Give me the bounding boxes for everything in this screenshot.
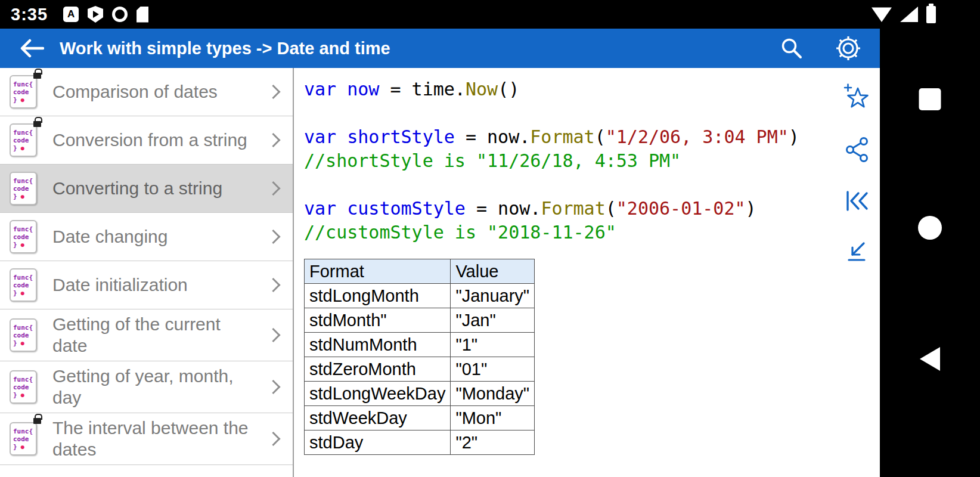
content: func{code} ● Comparison of dates func{co… bbox=[0, 68, 880, 477]
skip-to-start-icon bbox=[843, 188, 871, 213]
action-column bbox=[835, 68, 880, 477]
system-status-icons bbox=[872, 6, 936, 23]
sidebar-item[interactable]: func{code} ● Comparison of dates bbox=[0, 68, 293, 116]
code-line: var shortStyle = now.Format("1/2/06, 3:0… bbox=[304, 125, 835, 149]
code-snippet-icon: func{code} ● bbox=[10, 75, 37, 109]
value-cell: "1" bbox=[451, 333, 535, 357]
value-cell: "Mon" bbox=[451, 406, 535, 430]
sidebar-item-label: Comparison of dates bbox=[52, 81, 218, 103]
sidebar-item[interactable]: func{code} ● Conversion from a string bbox=[0, 116, 293, 165]
page-title: Work with simple types -> Date and time bbox=[60, 39, 390, 58]
share-button[interactable] bbox=[844, 136, 870, 163]
sidebar-item[interactable]: func{code} ● Getting of the current date bbox=[0, 309, 293, 361]
sidebar-item-label: Date changing bbox=[52, 226, 168, 247]
table-row: stdDay"2" bbox=[305, 430, 535, 455]
value-cell: "Jan" bbox=[451, 308, 535, 333]
format-cell: stdDay bbox=[305, 430, 451, 455]
chevron-right-icon bbox=[266, 380, 280, 394]
table-row: stdWeekDay"Mon" bbox=[305, 406, 535, 430]
value-cell: "01" bbox=[451, 357, 535, 382]
code-line: var customStyle = now.Format("2006-01-02… bbox=[304, 197, 835, 221]
home-button[interactable] bbox=[918, 216, 942, 240]
sim-card-icon bbox=[137, 7, 148, 23]
skip-to-start-button[interactable] bbox=[843, 188, 871, 213]
table-row: stdMonth""Jan" bbox=[305, 308, 535, 333]
lock-icon bbox=[33, 418, 41, 424]
code-snippet-icon: func{code} ● bbox=[10, 268, 37, 302]
favorite-button[interactable] bbox=[843, 82, 872, 111]
format-cell: stdNumMonth bbox=[305, 333, 451, 357]
search-icon bbox=[780, 36, 804, 60]
code-block: var now = time.Now() var shortStyle = no… bbox=[304, 78, 835, 244]
sidebar: func{code} ● Comparison of dates func{co… bbox=[0, 68, 294, 477]
format-cell: stdWeekDay bbox=[305, 406, 451, 430]
chevron-right-icon bbox=[266, 278, 280, 292]
back-arrow-icon bbox=[19, 38, 44, 58]
format-table: FormatValue stdLongMonth"January"stdMont… bbox=[304, 259, 535, 455]
settings-button[interactable] bbox=[835, 35, 862, 62]
back-button[interactable] bbox=[19, 38, 44, 58]
code-snippet-icon: func{code} ● bbox=[10, 370, 37, 404]
sidebar-item[interactable]: func{code} ● Converting to a string bbox=[0, 165, 293, 213]
clock: 3:35 bbox=[11, 5, 48, 24]
android-back-button[interactable] bbox=[920, 347, 940, 371]
code-snippet-icon: func{code} ● bbox=[10, 123, 37, 157]
code-line: //shortStyle is "11/26/18, 4:53 PM" bbox=[304, 149, 835, 173]
chevron-right-icon bbox=[266, 133, 280, 147]
app-bar: Work with simple types -> Date and time bbox=[0, 29, 880, 68]
chevron-right-icon bbox=[266, 85, 280, 99]
wifi-icon bbox=[872, 7, 892, 22]
format-cell: stdLongWeekDay bbox=[305, 382, 451, 406]
translate-app-icon: A bbox=[63, 7, 79, 22]
code-line: var now = time.Now() bbox=[304, 78, 835, 101]
sidebar-item[interactable]: func{code} ● Date initialization bbox=[0, 261, 293, 309]
favorite-star-plus-icon bbox=[843, 82, 872, 111]
format-cell: stdZeroMonth bbox=[305, 357, 451, 382]
notification-icons: A bbox=[63, 6, 148, 23]
value-cell: "2" bbox=[451, 430, 535, 455]
sidebar-item-label: Conversion from a string bbox=[52, 129, 247, 151]
sidebar-item-label: Date initialization bbox=[52, 274, 188, 296]
jump-bottom-left-button[interactable] bbox=[845, 238, 870, 264]
code-snippet-icon: func{code} ● bbox=[10, 220, 37, 253]
format-cell: stdLongMonth bbox=[305, 284, 451, 308]
sidebar-item-label: Getting of year, month, day bbox=[52, 366, 259, 408]
table-header-cell: Format bbox=[305, 259, 451, 284]
search-button[interactable] bbox=[780, 36, 804, 60]
spiral-app-icon bbox=[112, 7, 128, 22]
sidebar-item-label: Getting of the current date bbox=[52, 314, 259, 357]
table-row: stdLongWeekDay"Monday" bbox=[305, 382, 535, 406]
code-snippet-icon: func{code} ● bbox=[10, 422, 37, 456]
play-protect-icon bbox=[88, 6, 103, 23]
android-nav-bar bbox=[880, 0, 980, 477]
value-cell: "Monday" bbox=[451, 382, 535, 406]
recents-button[interactable] bbox=[919, 88, 941, 110]
code-pane: var now = time.Now() var shortStyle = no… bbox=[294, 68, 835, 477]
code-snippet-icon: func{code} ● bbox=[10, 318, 37, 352]
table-row: stdNumMonth"1" bbox=[305, 333, 535, 357]
table-row: stdLongMonth"January" bbox=[305, 284, 535, 308]
chevron-right-icon bbox=[266, 230, 280, 244]
table-header-cell: Value bbox=[451, 259, 535, 284]
jump-bottom-left-icon bbox=[845, 238, 870, 264]
sidebar-item[interactable]: func{code} ● Date changing bbox=[0, 213, 293, 261]
status-bar: 3:35 A bbox=[0, 0, 980, 29]
format-cell: stdMonth" bbox=[305, 308, 451, 333]
lock-icon bbox=[33, 121, 41, 127]
code-line bbox=[304, 173, 835, 197]
chevron-right-icon bbox=[266, 432, 280, 446]
table-header-row: FormatValue bbox=[305, 259, 535, 284]
code-snippet-icon: func{code} ● bbox=[10, 172, 37, 205]
code-line: //customStyle is "2018-11-26" bbox=[304, 221, 835, 244]
code-line bbox=[304, 101, 835, 125]
sidebar-item-label: The interval between the dates bbox=[52, 417, 259, 460]
sidebar-item[interactable]: func{code} ● Getting of year, month, day bbox=[0, 361, 293, 413]
lock-icon bbox=[33, 73, 41, 79]
table-row: stdZeroMonth"01" bbox=[305, 357, 535, 382]
sidebar-item[interactable]: func{code} ● The interval between the da… bbox=[0, 413, 293, 465]
share-icon bbox=[844, 136, 870, 163]
signal-icon bbox=[900, 7, 918, 22]
value-cell: "January" bbox=[451, 284, 535, 308]
battery-icon bbox=[926, 6, 936, 23]
gear-icon bbox=[835, 35, 862, 62]
